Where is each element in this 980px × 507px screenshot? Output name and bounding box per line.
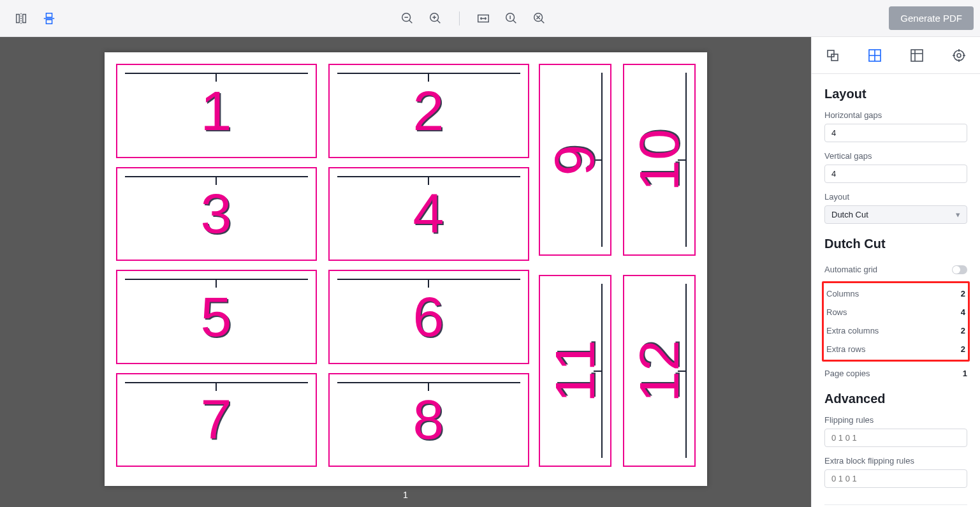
extra-rows-row[interactable]: Extra rows2: [826, 340, 965, 358]
impose-cell: 7: [116, 373, 317, 467]
hgaps-input[interactable]: [824, 124, 967, 142]
highlighted-settings: Columns2 Rows4 Extra columns2 Extra rows…: [822, 281, 970, 362]
actual-size-icon[interactable]: [503, 10, 520, 27]
impose-cell: 2: [328, 64, 529, 158]
horizontal-block: 1 2 3 4 5 6 7 8: [116, 64, 529, 467]
tab-layout-icon[interactable]: [865, 46, 884, 65]
flip-rules-input[interactable]: [824, 429, 967, 447]
impose-cell: 1: [116, 64, 317, 158]
extra-columns-row[interactable]: Extra columns2: [826, 321, 965, 340]
svg-rect-8: [831, 54, 838, 61]
page-number: 1: [403, 490, 408, 500]
tab-copies-icon[interactable]: [823, 46, 842, 65]
main: 1 2 3 4 5 6 7 8 9 10 11 12 1: [0, 37, 980, 507]
impose-cell: 5: [116, 270, 317, 364]
svg-point-11: [954, 50, 964, 61]
panel-body: Layout Horizontal gaps Vertical gaps Lay…: [812, 74, 980, 507]
layout-type-value: Dutch Cut: [831, 210, 868, 219]
right-panel: Layout Horizontal gaps Vertical gaps Lay…: [811, 37, 980, 507]
impose-cell: 4: [328, 167, 529, 261]
svg-rect-1: [46, 19, 52, 23]
align-icon[interactable]: [41, 10, 57, 27]
vgaps-label: Vertical gaps: [824, 151, 967, 161]
layout-type-label: Layout: [824, 192, 967, 202]
layout-type-select[interactable]: Dutch Cut ▾: [824, 205, 967, 224]
section-dutch-title: Dutch Cut: [824, 237, 967, 251]
fit-width-icon[interactable]: [475, 10, 492, 27]
section-layout-title: Layout: [824, 87, 967, 101]
impose-cell: 11: [539, 275, 611, 467]
impose-cell: 6: [328, 270, 529, 364]
canvas-area: 1 2 3 4 5 6 7 8 9 10 11 12 1: [0, 37, 811, 507]
tab-marks-icon[interactable]: [949, 46, 969, 65]
svg-rect-7: [828, 50, 834, 57]
generate-pdf-button[interactable]: Generate PDF: [889, 6, 974, 30]
page-copies-row[interactable]: Page copies1: [824, 364, 967, 383]
flip-rules-label: Flipping rules: [824, 415, 967, 425]
zoom-in-icon[interactable]: [427, 10, 444, 27]
rows-row[interactable]: Rows4: [826, 303, 965, 321]
hgaps-label: Horizontal gaps: [824, 110, 967, 120]
toolbar-divider: [459, 11, 460, 26]
svg-rect-10: [911, 50, 923, 61]
zoom-out-icon[interactable]: [399, 10, 416, 27]
auto-grid-row: Automatic grid: [824, 260, 967, 279]
impose-cell: 8: [328, 373, 529, 467]
auto-grid-toggle[interactable]: [952, 265, 967, 274]
svg-point-12: [957, 54, 961, 57]
tab-grid-icon[interactable]: [907, 46, 926, 65]
section-advanced-title: Advanced: [824, 392, 967, 406]
extra-flip-rules-label: Extra block flipping rules: [824, 456, 967, 466]
panel-tabs: [812, 37, 980, 74]
vgaps-input[interactable]: [824, 165, 967, 183]
impose-cell: 12: [623, 275, 696, 467]
vertical-block: 9 10 11 12: [539, 64, 696, 467]
impose-cell: 10: [623, 64, 696, 256]
columns-row[interactable]: Columns2: [826, 284, 965, 303]
chevron-down-icon: ▾: [956, 210, 960, 219]
presets-section: Presets: [824, 504, 967, 507]
mirror-icon[interactable]: [13, 10, 29, 27]
auto-grid-label: Automatic grid: [824, 265, 877, 274]
zoom-reset-icon[interactable]: [531, 10, 548, 27]
impose-cell: 9: [539, 64, 611, 256]
sheet: 1 2 3 4 5 6 7 8 9 10 11 12: [105, 52, 707, 486]
extra-flip-rules-input[interactable]: [824, 469, 967, 488]
impose-cell: 3: [116, 167, 317, 261]
topbar: Generate PDF: [0, 0, 980, 37]
svg-rect-0: [46, 13, 52, 17]
